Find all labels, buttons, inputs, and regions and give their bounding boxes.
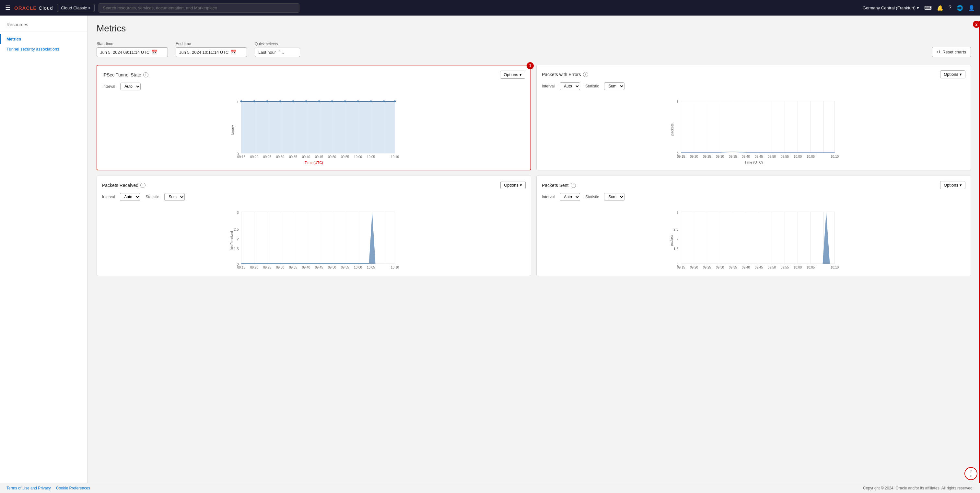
svg-text:2: 2 — [676, 237, 678, 241]
svg-text:10:10: 10:10 — [830, 155, 839, 159]
svg-text:09:30: 09:30 — [276, 266, 284, 269]
terminal-icon[interactable]: ⌨ — [924, 5, 932, 11]
errors-info-icon[interactable]: i — [583, 72, 588, 77]
svg-text:10:00: 10:00 — [794, 155, 802, 159]
received-statistic-select[interactable]: Sum — [164, 193, 185, 201]
received-options-button[interactable]: Options ▾ — [500, 181, 526, 189]
sidebar-item-metrics[interactable]: Metrics — [0, 34, 87, 44]
chart-title-received: Packets Received i — [102, 183, 145, 188]
svg-text:09:30: 09:30 — [276, 155, 284, 159]
svg-text:10:10: 10:10 — [830, 266, 839, 269]
ipsec-options-chevron-icon: ▾ — [520, 72, 522, 77]
sidebar-tunnel-label: Tunnel security associations — [6, 47, 59, 51]
svg-point-22 — [279, 100, 281, 102]
svg-text:10:00: 10:00 — [794, 266, 802, 269]
end-calendar-icon: 📅 — [231, 49, 236, 55]
svg-text:09:45: 09:45 — [755, 266, 763, 269]
received-statistic-label: Statistic — [145, 195, 159, 199]
charts-grid: 1 IPSec Tunnel State i Options ▾ Interva… — [97, 65, 971, 276]
footer: Terms of Use and Privacy Cookie Preferen… — [0, 483, 980, 493]
sent-info-icon[interactable]: i — [571, 183, 576, 188]
chart-packets-with-errors: Packets with Errors i Options ▾ Interval… — [536, 65, 971, 170]
end-time-input[interactable]: Jun 5, 2024 10:11:14 UTC 📅 — [176, 47, 247, 57]
svg-text:09:15: 09:15 — [677, 155, 685, 159]
svg-text:09:30: 09:30 — [716, 266, 724, 269]
svg-text:09:25: 09:25 — [703, 266, 711, 269]
ipsec-chart-area: 1 0 binary — [102, 94, 525, 165]
quick-selects-value: Last hour — [258, 50, 276, 55]
terms-link[interactable]: Terms of Use and Privacy — [6, 486, 51, 490]
svg-text:packets: packets — [670, 235, 673, 246]
svg-text:1.5: 1.5 — [673, 247, 678, 251]
start-time-input[interactable]: Jun 5, 2024 09:11:14 UTC 📅 — [97, 47, 168, 57]
svg-text:10:05: 10:05 — [807, 155, 815, 159]
received-interval-select[interactable]: Auto — [120, 193, 140, 201]
quick-selects-label: Quick selects — [255, 42, 300, 46]
svg-text:09:50: 09:50 — [768, 266, 776, 269]
received-chart-controls: Interval Auto Statistic Sum — [102, 193, 526, 201]
cloud-classic-button[interactable]: Cloud Classic > — [57, 4, 95, 12]
search-input[interactable] — [99, 3, 299, 13]
filter-bar: Start time Jun 5, 2024 09:11:14 UTC 📅 En… — [97, 41, 971, 57]
page-title: Metrics — [97, 23, 971, 34]
chart-title-ipsec: IPSec Tunnel State i — [102, 72, 148, 78]
end-time-value: Jun 5, 2024 10:11:14 UTC — [179, 50, 229, 55]
chart-header-received: Packets Received i Options ▾ — [102, 181, 526, 189]
svg-point-21 — [266, 100, 268, 102]
errors-chart-controls: Interval Auto Statistic Sum — [542, 82, 966, 90]
ipsec-options-button[interactable]: Options ▾ — [500, 71, 525, 79]
chart-title-text-sent: Packets Sent — [542, 183, 569, 188]
chart-title-text-errors: Packets with Errors — [542, 72, 581, 77]
errors-options-label: Options — [944, 72, 958, 77]
sidebar-item-tunnel[interactable]: Tunnel security associations — [0, 44, 87, 54]
chart-header-errors: Packets with Errors i Options ▾ — [542, 70, 966, 78]
svg-text:09:35: 09:35 — [289, 266, 297, 269]
cookie-link[interactable]: Cookie Preferences — [56, 486, 90, 490]
svg-text:09:50: 09:50 — [768, 155, 776, 159]
ipsec-interval-select[interactable]: Auto — [120, 82, 141, 90]
region-selector[interactable]: Germany Central (Frankfurt) ▾ — [863, 5, 919, 10]
svg-text:packets: packets — [670, 124, 674, 136]
svg-marker-18 — [242, 101, 395, 153]
reset-icon: ↺ — [937, 49, 940, 54]
oracle-logo: ORACLE Cloud — [14, 5, 53, 11]
svg-text:09:25: 09:25 — [263, 155, 271, 159]
received-info-icon[interactable]: i — [140, 183, 145, 188]
svg-text:1.5: 1.5 — [234, 247, 239, 251]
svg-text:09:15: 09:15 — [237, 266, 245, 269]
sent-interval-select[interactable]: Auto — [560, 193, 580, 201]
top-nav: ☰ ORACLE Cloud Cloud Classic > Germany C… — [0, 0, 980, 16]
main-content: Metrics Start time Jun 5, 2024 09:11:14 … — [88, 16, 980, 493]
errors-options-button[interactable]: Options ▾ — [940, 70, 966, 78]
errors-interval-select[interactable]: Auto — [560, 82, 580, 90]
svg-text:binary: binary — [231, 125, 234, 135]
ipsec-chart-svg: 1 0 binary — [102, 94, 525, 159]
help-fab-icon: ?⠿ — [970, 469, 972, 479]
sent-options-button[interactable]: Options ▾ — [940, 181, 966, 189]
svg-text:10:00: 10:00 — [354, 155, 362, 159]
svg-point-27 — [344, 100, 346, 102]
footer-links: Terms of Use and Privacy Cookie Preferen… — [6, 486, 90, 490]
globe-icon[interactable]: 🌐 — [957, 5, 963, 11]
received-options-label: Options — [504, 183, 519, 187]
hamburger-icon[interactable]: ☰ — [5, 4, 10, 11]
reset-charts-button[interactable]: ↺ Reset charts — [932, 47, 971, 57]
sent-statistic-select[interactable]: Sum — [604, 193, 625, 201]
sent-chart-area: 3 2.5 2 1.5 0 packets — [542, 205, 966, 271]
help-icon[interactable]: ? — [948, 5, 951, 11]
svg-text:09:25: 09:25 — [263, 266, 271, 269]
help-fab-button[interactable]: ?⠿ — [964, 467, 977, 480]
svg-text:09:40: 09:40 — [742, 155, 750, 159]
sidebar-metrics-label: Metrics — [6, 36, 21, 41]
user-icon[interactable]: 👤 — [968, 5, 975, 11]
svg-text:09:20: 09:20 — [690, 266, 698, 269]
quick-selects-input[interactable]: Last hour ⌃⌄ — [255, 48, 300, 57]
bell-icon[interactable]: 🔔 — [937, 5, 943, 11]
ipsec-info-icon[interactable]: i — [143, 72, 148, 78]
svg-text:09:15: 09:15 — [677, 266, 685, 269]
errors-interval-label: Interval — [542, 84, 555, 89]
start-time-label: Start time — [97, 41, 168, 46]
received-options-chevron-icon: ▾ — [520, 183, 522, 187]
oracle-text: ORACLE — [14, 5, 37, 11]
errors-statistic-select[interactable]: Sum — [604, 82, 625, 90]
